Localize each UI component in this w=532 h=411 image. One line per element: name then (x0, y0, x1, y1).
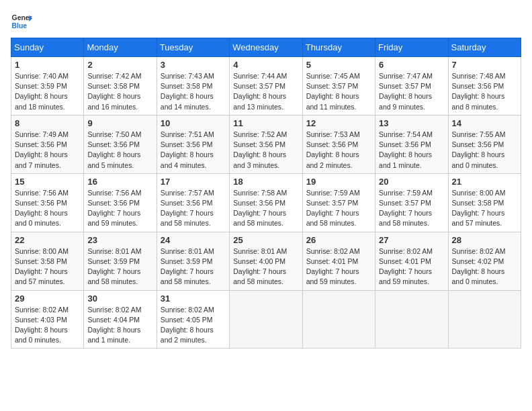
day-number: 10 (161, 118, 226, 128)
day-info: Sunrise: 7:57 AMSunset: 3:56 PMDaylight:… (161, 188, 226, 229)
calendar-cell (375, 290, 448, 349)
day-info: Sunrise: 7:55 AMSunset: 3:56 PMDaylight:… (452, 130, 517, 171)
calendar-cell: 16Sunrise: 7:56 AMSunset: 3:56 PMDayligh… (84, 173, 157, 232)
day-number: 11 (233, 118, 298, 128)
day-info: Sunrise: 7:45 AMSunset: 3:57 PMDaylight:… (306, 71, 371, 112)
calendar-cell: 18Sunrise: 7:58 AMSunset: 3:56 PMDayligh… (230, 173, 302, 232)
day-number: 15 (15, 177, 80, 187)
day-info: Sunrise: 7:58 AMSunset: 3:56 PMDaylight:… (233, 188, 298, 229)
day-info: Sunrise: 7:54 AMSunset: 3:56 PMDaylight:… (379, 130, 444, 171)
weekday-header-friday: Friday (375, 38, 448, 57)
day-info: Sunrise: 8:01 AMSunset: 3:59 PMDaylight:… (87, 246, 152, 287)
day-number: 22 (15, 235, 80, 245)
calendar-cell: 29Sunrise: 8:02 AMSunset: 4:03 PMDayligh… (11, 290, 84, 349)
calendar-cell: 13Sunrise: 7:54 AMSunset: 3:56 PMDayligh… (375, 115, 448, 173)
day-info: Sunrise: 7:47 AMSunset: 3:57 PMDaylight:… (379, 71, 444, 112)
calendar-table: SundayMondayTuesdayWednesdayThursdayFrid… (11, 38, 521, 349)
day-number: 7 (452, 60, 517, 70)
day-info: Sunrise: 7:40 AMSunset: 3:59 PMDaylight:… (15, 71, 80, 112)
day-number: 27 (379, 235, 444, 245)
day-number: 17 (161, 177, 226, 187)
calendar-cell: 17Sunrise: 7:57 AMSunset: 3:56 PMDayligh… (157, 173, 229, 232)
calendar-cell: 23Sunrise: 8:01 AMSunset: 3:59 PMDayligh… (84, 232, 157, 290)
day-number: 21 (452, 177, 517, 187)
day-info: Sunrise: 8:02 AMSunset: 4:05 PMDaylight:… (161, 305, 226, 346)
calendar-header-row: SundayMondayTuesdayWednesdayThursdayFrid… (11, 38, 521, 57)
day-info: Sunrise: 7:42 AMSunset: 3:58 PMDaylight:… (87, 71, 152, 112)
calendar-cell: 27Sunrise: 8:02 AMSunset: 4:01 PMDayligh… (375, 232, 448, 290)
calendar-cell: 3Sunrise: 7:43 AMSunset: 3:58 PMDaylight… (157, 57, 229, 116)
calendar-cell: 11Sunrise: 7:52 AMSunset: 3:56 PMDayligh… (230, 115, 302, 173)
day-info: Sunrise: 7:59 AMSunset: 3:57 PMDaylight:… (379, 188, 444, 229)
day-info: Sunrise: 7:56 AMSunset: 3:56 PMDaylight:… (87, 188, 152, 229)
day-info: Sunrise: 8:02 AMSunset: 4:03 PMDaylight:… (15, 305, 80, 346)
day-info: Sunrise: 7:59 AMSunset: 3:57 PMDaylight:… (306, 188, 371, 229)
day-info: Sunrise: 7:43 AMSunset: 3:58 PMDaylight:… (161, 71, 226, 112)
weekday-header-wednesday: Wednesday (230, 38, 302, 57)
calendar-cell: 21Sunrise: 8:00 AMSunset: 3:58 PMDayligh… (448, 173, 521, 232)
day-number: 8 (15, 118, 80, 128)
day-number: 24 (161, 235, 226, 245)
calendar-week-row: 8Sunrise: 7:49 AMSunset: 3:56 PMDaylight… (11, 115, 521, 173)
calendar-cell: 8Sunrise: 7:49 AMSunset: 3:56 PMDaylight… (11, 115, 84, 173)
weekday-header-saturday: Saturday (448, 38, 521, 57)
day-info: Sunrise: 8:02 AMSunset: 4:01 PMDaylight:… (379, 246, 444, 287)
day-number: 25 (233, 235, 298, 245)
day-number: 31 (161, 293, 226, 304)
day-info: Sunrise: 8:02 AMSunset: 4:02 PMDaylight:… (452, 246, 517, 287)
day-info: Sunrise: 7:49 AMSunset: 3:56 PMDaylight:… (15, 130, 80, 171)
calendar-cell: 26Sunrise: 8:02 AMSunset: 4:01 PMDayligh… (302, 232, 375, 290)
weekday-header-thursday: Thursday (302, 38, 375, 57)
day-info: Sunrise: 8:01 AMSunset: 4:00 PMDaylight:… (233, 246, 298, 287)
day-number: 30 (87, 293, 152, 304)
day-info: Sunrise: 7:52 AMSunset: 3:56 PMDaylight:… (233, 130, 298, 171)
calendar-week-row: 29Sunrise: 8:02 AMSunset: 4:03 PMDayligh… (11, 290, 521, 349)
calendar-cell: 25Sunrise: 8:01 AMSunset: 4:00 PMDayligh… (230, 232, 302, 290)
calendar-cell: 2Sunrise: 7:42 AMSunset: 3:58 PMDaylight… (84, 57, 157, 116)
calendar-cell: 10Sunrise: 7:51 AMSunset: 3:56 PMDayligh… (157, 115, 229, 173)
day-number: 13 (379, 118, 444, 128)
calendar-body: 1Sunrise: 7:40 AMSunset: 3:59 PMDaylight… (11, 57, 521, 349)
day-info: Sunrise: 7:51 AMSunset: 3:56 PMDaylight:… (161, 130, 226, 171)
day-number: 28 (452, 235, 517, 245)
day-number: 1 (15, 60, 80, 70)
day-number: 20 (379, 177, 444, 187)
calendar-cell: 22Sunrise: 8:00 AMSunset: 3:58 PMDayligh… (11, 232, 84, 290)
calendar-cell: 6Sunrise: 7:47 AMSunset: 3:57 PMDaylight… (375, 57, 448, 116)
day-info: Sunrise: 7:50 AMSunset: 3:56 PMDaylight:… (87, 130, 152, 171)
calendar-cell: 4Sunrise: 7:44 AMSunset: 3:57 PMDaylight… (230, 57, 302, 116)
day-number: 19 (306, 177, 371, 187)
day-number: 6 (379, 60, 444, 70)
calendar-cell: 19Sunrise: 7:59 AMSunset: 3:57 PMDayligh… (302, 173, 375, 232)
day-number: 18 (233, 177, 298, 187)
weekday-header-tuesday: Tuesday (157, 38, 229, 57)
day-number: 4 (233, 60, 298, 70)
svg-text:Blue: Blue (12, 22, 28, 30)
calendar-cell: 30Sunrise: 8:02 AMSunset: 4:04 PMDayligh… (84, 290, 157, 349)
day-number: 23 (87, 235, 152, 245)
day-info: Sunrise: 7:56 AMSunset: 3:56 PMDaylight:… (15, 188, 80, 229)
day-number: 29 (15, 293, 80, 304)
weekday-header-monday: Monday (84, 38, 157, 57)
day-number: 9 (87, 118, 152, 128)
day-info: Sunrise: 8:00 AMSunset: 3:58 PMDaylight:… (15, 246, 80, 287)
day-number: 26 (306, 235, 371, 245)
calendar-cell: 9Sunrise: 7:50 AMSunset: 3:56 PMDaylight… (84, 115, 157, 173)
logo-icon: General Blue (11, 11, 32, 32)
day-info: Sunrise: 7:53 AMSunset: 3:56 PMDaylight:… (306, 130, 371, 171)
calendar-cell (230, 290, 302, 349)
day-number: 12 (306, 118, 371, 128)
calendar-cell: 28Sunrise: 8:02 AMSunset: 4:02 PMDayligh… (448, 232, 521, 290)
day-info: Sunrise: 8:02 AMSunset: 4:04 PMDaylight:… (87, 305, 152, 346)
logo: General Blue (11, 11, 32, 32)
calendar-cell (448, 290, 521, 349)
calendar-cell: 12Sunrise: 7:53 AMSunset: 3:56 PMDayligh… (302, 115, 375, 173)
calendar-cell: 1Sunrise: 7:40 AMSunset: 3:59 PMDaylight… (11, 57, 84, 116)
day-info: Sunrise: 8:01 AMSunset: 3:59 PMDaylight:… (161, 246, 226, 287)
day-number: 2 (87, 60, 152, 70)
calendar-cell: 5Sunrise: 7:45 AMSunset: 3:57 PMDaylight… (302, 57, 375, 116)
day-info: Sunrise: 8:00 AMSunset: 3:58 PMDaylight:… (452, 188, 517, 229)
header: General Blue (11, 11, 521, 32)
calendar-week-row: 22Sunrise: 8:00 AMSunset: 3:58 PMDayligh… (11, 232, 521, 290)
calendar-cell: 20Sunrise: 7:59 AMSunset: 3:57 PMDayligh… (375, 173, 448, 232)
